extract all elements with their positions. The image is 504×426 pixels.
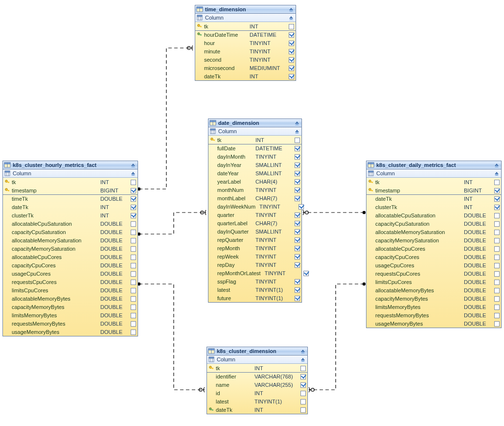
table-hourly_fact[interactable]: k8s_cluster_hourly_metrics_factColumntkI… xyxy=(2,161,138,336)
column-row[interactable]: repMonthOrLatestTINYINT xyxy=(208,269,301,277)
column-row[interactable]: requestsCpuCoresDOUBLE xyxy=(3,278,137,286)
column-checkbox[interactable] xyxy=(493,280,500,285)
column-checkbox[interactable] xyxy=(130,296,137,302)
columns-header[interactable]: Column xyxy=(195,14,296,22)
column-checkbox[interactable] xyxy=(299,374,306,379)
column-checkbox[interactable] xyxy=(299,399,306,404)
column-row[interactable]: repDayTINYINT xyxy=(208,260,301,269)
column-checkbox[interactable] xyxy=(288,74,295,79)
collapse-icon[interactable] xyxy=(288,6,295,12)
column-checkbox[interactable] xyxy=(130,205,137,210)
column-checkbox[interactable] xyxy=(130,280,137,285)
column-row[interactable]: allocatableMemorySaturationDOUBLE xyxy=(3,236,137,244)
column-checkbox[interactable] xyxy=(294,163,300,168)
column-checkbox[interactable] xyxy=(294,196,300,201)
column-checkbox[interactable] xyxy=(130,188,137,193)
collapse-icon[interactable] xyxy=(493,170,500,176)
column-checkbox[interactable] xyxy=(493,263,500,268)
column-row[interactable]: nameVARCHAR(255) xyxy=(207,380,307,389)
column-row[interactable]: hourDateTimeDATETIME xyxy=(195,30,296,39)
column-checkbox[interactable] xyxy=(294,221,300,226)
column-row[interactable]: futureTINYINT(1) xyxy=(208,294,301,302)
column-row[interactable]: allocatableCpuSaturationDOUBLE xyxy=(3,219,137,228)
column-row[interactable]: capacityCpuSaturationDOUBLE xyxy=(3,228,137,236)
column-row[interactable]: yearLabelCHAR(4) xyxy=(208,177,301,186)
table-titlebar[interactable]: k8s_cluster_daily_metrics_fact xyxy=(367,161,501,169)
column-checkbox[interactable] xyxy=(493,188,500,193)
column-checkbox[interactable] xyxy=(298,204,304,210)
column-checkbox[interactable] xyxy=(299,407,306,413)
column-row[interactable]: usageCpuCoresDOUBLE xyxy=(367,261,501,269)
table-time_dimension[interactable]: time_dimensionColumntkINThourDateTimeDAT… xyxy=(195,5,296,81)
column-checkbox[interactable] xyxy=(294,146,300,151)
column-checkbox[interactable] xyxy=(294,254,300,260)
column-row[interactable]: dateTkINT xyxy=(3,203,137,211)
column-checkbox[interactable] xyxy=(299,382,306,388)
column-checkbox[interactable] xyxy=(288,49,295,54)
column-row[interactable]: tkINT xyxy=(208,136,301,144)
column-row[interactable]: microsecondMEDIUMINT xyxy=(195,64,296,72)
collapse-icon[interactable] xyxy=(493,162,500,168)
column-row[interactable]: tkINT xyxy=(195,22,296,30)
table-daily_fact[interactable]: k8s_cluster_daily_metrics_factColumntkIN… xyxy=(366,161,502,328)
column-row[interactable]: tkINT xyxy=(367,178,501,186)
column-row[interactable]: repWeekTINYINT xyxy=(208,252,301,260)
column-row[interactable]: dateTkINT xyxy=(207,405,307,414)
column-checkbox[interactable] xyxy=(493,221,500,227)
column-checkbox[interactable] xyxy=(130,263,137,268)
column-row[interactable]: quarterTINYINT xyxy=(208,211,301,219)
column-row[interactable]: timestampBIGINT xyxy=(367,186,501,194)
column-checkbox[interactable] xyxy=(130,238,137,243)
column-checkbox[interactable] xyxy=(493,213,500,218)
column-row[interactable]: capacityMemorySaturationDOUBLE xyxy=(3,244,137,253)
table-titlebar[interactable]: k8s_cluster_dimension xyxy=(207,347,307,355)
column-checkbox[interactable] xyxy=(294,188,300,193)
collapse-icon[interactable] xyxy=(299,356,306,362)
column-checkbox[interactable] xyxy=(294,171,300,176)
column-checkbox[interactable] xyxy=(130,313,137,318)
column-row[interactable]: dayInYearSMALLINT xyxy=(208,161,301,169)
column-row[interactable]: requestsMemoryBytesDOUBLE xyxy=(367,311,501,319)
column-row[interactable]: limitsCpuCoresDOUBLE xyxy=(367,278,501,286)
column-row[interactable]: secondTINYINT xyxy=(195,55,296,64)
column-row[interactable]: dateYearSMALLINT xyxy=(208,169,301,177)
column-checkbox[interactable] xyxy=(288,66,295,71)
column-row[interactable]: clusterTkINT xyxy=(367,203,501,211)
table-titlebar[interactable]: k8s_cluster_hourly_metrics_fact xyxy=(3,161,137,169)
column-row[interactable]: dateTkINT xyxy=(367,194,501,203)
column-checkbox[interactable] xyxy=(288,57,295,63)
column-checkbox[interactable] xyxy=(130,255,137,260)
column-row[interactable]: capacityMemoryBytesDOUBLE xyxy=(3,303,137,311)
column-row[interactable]: monthLabelCHAR(7) xyxy=(208,194,301,202)
column-row[interactable]: tkINT xyxy=(3,178,137,186)
collapse-icon[interactable] xyxy=(130,170,137,176)
column-row[interactable]: sspFlagTINYINT xyxy=(208,277,301,285)
column-row[interactable]: minuteTINYINT xyxy=(195,47,296,55)
column-row[interactable]: quarterLabelCHAR(7) xyxy=(208,219,301,227)
column-checkbox[interactable] xyxy=(294,138,300,143)
column-checkbox[interactable] xyxy=(130,230,137,235)
column-row[interactable]: latestTINYINT(1) xyxy=(207,397,307,405)
column-checkbox[interactable] xyxy=(294,279,300,284)
column-checkbox[interactable] xyxy=(493,246,500,252)
column-row[interactable]: capacityCpuSaturationDOUBLE xyxy=(367,219,501,228)
column-checkbox[interactable] xyxy=(288,24,295,29)
column-row[interactable]: allocatableCpuCoresDOUBLE xyxy=(367,244,501,253)
column-row[interactable]: allocatableMemorySaturationDOUBLE xyxy=(367,228,501,236)
column-row[interactable]: limitsMemoryBytesDOUBLE xyxy=(367,303,501,311)
column-checkbox[interactable] xyxy=(493,288,500,293)
column-row[interactable]: fullDateDATETIME xyxy=(208,144,301,152)
column-row[interactable]: limitsMemoryBytesDOUBLE xyxy=(3,311,137,319)
column-row[interactable]: idINT xyxy=(207,389,307,397)
column-row[interactable]: timestampBIGINT xyxy=(3,186,137,194)
column-checkbox[interactable] xyxy=(493,180,500,185)
column-checkbox[interactable] xyxy=(130,221,137,227)
column-checkbox[interactable] xyxy=(288,32,295,38)
column-row[interactable]: dayInWeekNumTINYINT xyxy=(208,202,301,211)
column-checkbox[interactable] xyxy=(493,271,500,277)
column-row[interactable]: hourTINYINT xyxy=(195,39,296,47)
column-row[interactable]: requestsMemoryBytesDOUBLE xyxy=(3,319,137,328)
column-checkbox[interactable] xyxy=(493,255,500,260)
table-titlebar[interactable]: date_dimension xyxy=(208,119,301,127)
column-checkbox[interactable] xyxy=(294,179,300,185)
